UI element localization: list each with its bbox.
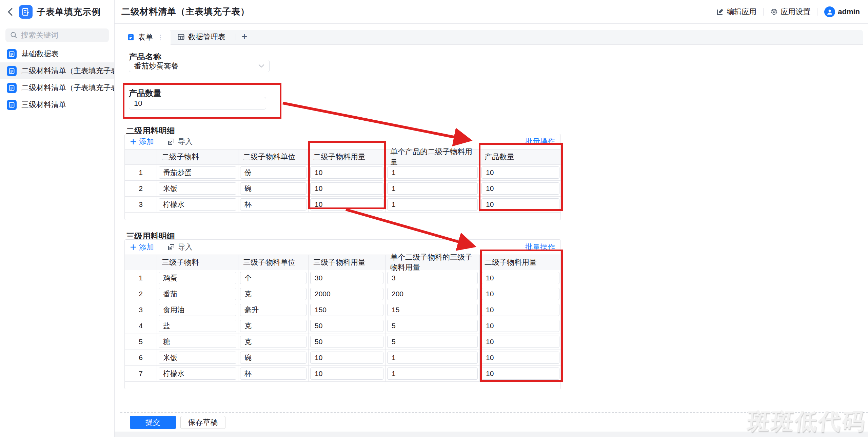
section2-table: 二级子物料二级子物料单位二级子物料用量单个产品的二级子物料用量产品数量1番茄炒蛋… xyxy=(125,149,560,220)
cell-input[interactable]: 50 xyxy=(310,320,383,332)
column-header: 二级子物料用量 xyxy=(480,255,561,270)
row-number: 7 xyxy=(125,366,157,381)
form-icon xyxy=(7,66,17,76)
divider xyxy=(817,8,817,16)
cell-input[interactable]: 盐 xyxy=(159,320,236,332)
table-row: 7柠檬水杯10110 xyxy=(125,365,560,381)
table-footer xyxy=(125,212,560,220)
product-name-select[interactable]: 番茄炒蛋套餐 xyxy=(129,60,270,72)
cell-input[interactable]: 个 xyxy=(240,272,307,284)
cell-input[interactable]: 米饭 xyxy=(159,352,236,364)
add-row-button[interactable]: 添加 xyxy=(130,137,154,147)
cell-input[interactable]: 10 xyxy=(481,336,559,348)
cell-input[interactable]: 10 xyxy=(481,352,559,364)
cell-input[interactable]: 克 xyxy=(240,336,307,348)
submit-button[interactable]: 提交 xyxy=(130,416,176,429)
cell-input[interactable]: 克 xyxy=(240,320,307,332)
cell-input[interactable]: 10 xyxy=(310,368,383,380)
cell-input[interactable]: 3 xyxy=(387,272,478,284)
table-row: 3柠檬水杯10110 xyxy=(125,196,560,212)
sidebar-item-l3-list[interactable]: 三级材料清单 xyxy=(0,96,114,113)
cell-input[interactable]: 2000 xyxy=(310,288,383,300)
cell-input[interactable]: 1 xyxy=(387,368,478,380)
cell-input[interactable]: 10 xyxy=(310,182,383,195)
sidebar-item-label: 二级材料清单（子表填充子表... xyxy=(21,83,114,93)
page-title: 二级材料清单（主表填充子表） xyxy=(121,6,250,18)
table-cell: 200 xyxy=(386,286,480,302)
table-row: 6米饭碗10110 xyxy=(125,350,560,365)
cell-input[interactable]: 柠檬水 xyxy=(159,368,236,380)
cell-input[interactable]: 10 xyxy=(481,272,559,284)
add-row-button[interactable]: 添加 xyxy=(130,242,154,252)
cell-input[interactable]: 克 xyxy=(240,288,307,300)
cell-input[interactable]: 10 xyxy=(310,198,383,211)
cell-input[interactable]: 番茄 xyxy=(159,288,236,300)
product-qty-input[interactable]: 10 xyxy=(129,97,266,110)
back-icon[interactable] xyxy=(5,7,15,17)
cell-input[interactable]: 食用油 xyxy=(159,304,236,316)
cell-input[interactable]: 糖 xyxy=(159,336,236,348)
cell-input[interactable]: 柠檬水 xyxy=(159,198,236,211)
sidebar-item-basic-data[interactable]: 基础数据表 xyxy=(0,45,114,62)
cell-input[interactable]: 10 xyxy=(310,352,383,364)
app-settings-button[interactable]: 应用设置 xyxy=(770,7,810,17)
cell-input[interactable]: 杯 xyxy=(240,368,307,380)
cell-input[interactable]: 50 xyxy=(310,336,383,348)
cell-input[interactable]: 10 xyxy=(481,288,559,300)
section2-toolbar: 添加 导入 批量操作 xyxy=(125,134,560,149)
cell-input[interactable]: 碗 xyxy=(240,352,307,364)
column-header: 单个二级子物料的三级子物料用量 xyxy=(386,255,480,270)
edit-app-button[interactable]: 编辑应用 xyxy=(716,7,756,17)
table-icon xyxy=(177,33,185,41)
form-icon xyxy=(127,34,135,41)
batch-actions-link[interactable]: 批量操作 xyxy=(525,242,555,252)
cell-input[interactable]: 30 xyxy=(310,272,383,284)
column-header: 二级子物料单位 xyxy=(238,150,309,164)
sidebar-item-l2-sub-fill[interactable]: 二级材料清单（子表填充子表... xyxy=(0,79,114,96)
import-button[interactable]: 导入 xyxy=(167,242,193,252)
cell-input[interactable]: 10 xyxy=(481,304,559,316)
cell-input[interactable]: 5 xyxy=(387,320,478,332)
search-input[interactable]: 搜索关键词 xyxy=(5,28,109,42)
cell-input[interactable]: 10 xyxy=(481,182,559,195)
cell-input[interactable]: 150 xyxy=(310,304,383,316)
cell-input[interactable]: 15 xyxy=(387,304,478,316)
add-tab-button[interactable]: + xyxy=(239,31,253,44)
cell-input[interactable]: 10 xyxy=(481,198,559,211)
tab-form[interactable]: 表单 ⋮ xyxy=(120,29,171,45)
form-icon xyxy=(7,83,17,93)
table-cell: 克 xyxy=(238,318,309,334)
cell-input[interactable]: 1 xyxy=(387,352,478,364)
cell-input[interactable]: 番茄炒蛋 xyxy=(159,166,236,179)
cell-input[interactable]: 米饭 xyxy=(159,182,236,195)
cell-input[interactable]: 毫升 xyxy=(240,304,307,316)
sidebar-item-label: 基础数据表 xyxy=(21,49,59,59)
cell-input[interactable]: 10 xyxy=(481,320,559,332)
sidebar-item-l2-main-fill[interactable]: 二级材料清单（主表填充子表... xyxy=(0,62,114,79)
tab-data-table[interactable]: 数据管理表 xyxy=(171,29,232,44)
row-number-header xyxy=(125,150,157,164)
cell-input[interactable]: 碗 xyxy=(240,182,307,195)
user-menu[interactable]: admin xyxy=(824,6,860,17)
table-cell: 杯 xyxy=(238,197,309,212)
cell-input[interactable]: 1 xyxy=(387,182,478,195)
cell-input[interactable]: 杯 xyxy=(240,198,307,211)
cell-input[interactable]: 10 xyxy=(310,166,383,179)
tab-strip: 表单 ⋮ 数据管理表 + xyxy=(120,30,863,45)
table-row: 4盐克50510 xyxy=(125,318,560,334)
cell-input[interactable]: 10 xyxy=(481,166,559,179)
tab-more-icon[interactable]: ⋮ xyxy=(157,33,164,41)
import-button[interactable]: 导入 xyxy=(167,137,193,147)
cell-input[interactable]: 1 xyxy=(387,198,478,211)
cell-input[interactable]: 10 xyxy=(481,368,559,380)
cell-input[interactable]: 份 xyxy=(240,166,307,179)
table-cell: 米饭 xyxy=(157,181,238,196)
cell-input[interactable]: 5 xyxy=(387,336,478,348)
cell-input[interactable]: 鸡蛋 xyxy=(159,272,236,284)
batch-actions-link[interactable]: 批量操作 xyxy=(525,137,555,147)
save-draft-button[interactable]: 保存草稿 xyxy=(180,416,225,429)
row-number: 5 xyxy=(125,334,157,350)
row-number: 3 xyxy=(125,302,157,318)
cell-input[interactable]: 1 xyxy=(387,166,478,179)
cell-input[interactable]: 200 xyxy=(387,288,478,300)
